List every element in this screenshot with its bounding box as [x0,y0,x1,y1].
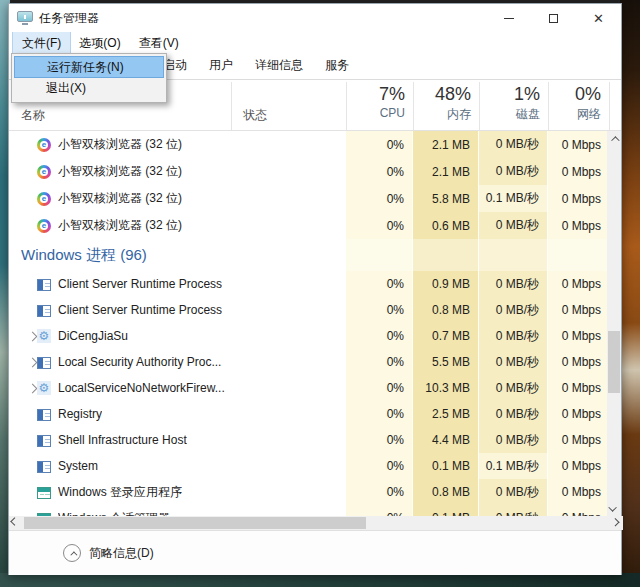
exe-window-icon [37,409,51,421]
process-row[interactable]: 小智双核浏览器 (32 位)0%0.6 MB0 MB/秒0 Mbps [9,212,609,239]
menu-bar: 文件(F) 选项(O) 查看(V) [9,32,621,54]
gear-icon [37,381,51,395]
expander-chevron-icon[interactable] [17,385,37,392]
task-manager-window: 任务管理器 ✕ 文件(F) 选项(O) 查看(V) 进程 性能 应用历史记录 启… [8,3,622,575]
horizontal-scrollbar[interactable] [9,516,623,530]
process-disk-cell: 0.1 MB/秒 [479,453,548,479]
process-status-cell [231,271,346,297]
minimize-button[interactable] [486,4,531,32]
process-name-cell: 小智双核浏览器 (32 位) [9,131,231,158]
process-cpu-cell: 0% [346,427,413,453]
process-name: Windows 登录应用程序 [58,484,182,501]
column-header-network[interactable]: 0% 网络 [548,80,609,131]
process-row[interactable]: System0%0.1 MB0.1 MB/秒0 Mbps [9,453,609,479]
process-memory-cell: 0.7 MB [413,323,479,349]
process-memory-cell: 0.1 MB [413,505,479,516]
process-row[interactable]: Registry0%2.5 MB0 MB/秒0 Mbps [9,401,609,427]
process-memory-cell: 0.1 MB [413,453,479,479]
process-cpu-cell: 0% [346,505,413,516]
process-row[interactable]: 小智双核浏览器 (32 位)0%2.1 MB0 MB/秒0 Mbps [9,158,609,185]
process-network-cell: 0 Mbps [548,349,609,375]
process-memory-cell: 0.9 MB [413,271,479,297]
process-row[interactable]: Windows 会话管理器0%0.1 MB0 MB/秒0 Mbps [9,505,609,516]
column-header-status[interactable]: 状态 [243,107,267,124]
footer-bar: 简略信息(D) [9,530,621,575]
process-name: Registry [58,407,102,421]
process-cpu-cell: 0% [346,479,413,505]
process-disk-cell: 0 MB/秒 [479,505,548,516]
scroll-up-button[interactable] [607,131,621,146]
process-name-cell: Windows 会话管理器 [9,505,231,516]
process-network-cell: 0 Mbps [548,479,609,505]
column-header-memory[interactable]: 48% 内存 [413,80,479,131]
process-cpu-cell: 0% [346,297,413,323]
process-row[interactable]: Client Server Runtime Process0%0.9 MB0 M… [9,271,609,297]
process-disk-cell: 0 MB/秒 [479,427,548,453]
menu-options[interactable]: 选项(O) [70,32,129,55]
disk-label: 磁盘 [479,106,540,123]
tab-users[interactable]: 用户 [201,57,241,79]
process-status-cell [231,185,346,212]
process-memory-cell: 0.8 MB [413,297,479,323]
process-name-cell: Windows 登录应用程序 [9,479,231,505]
process-disk-cell: 0 MB/秒 [479,212,548,239]
process-list: 小智双核浏览器 (32 位)0%2.1 MB0 MB/秒0 Mbps小智双核浏览… [9,131,609,516]
process-cpu-cell: 0% [346,131,413,158]
process-memory-cell: 4.4 MB [413,427,479,453]
expander-chevron-icon[interactable] [17,333,37,340]
process-status-cell [231,323,346,349]
tab-details[interactable]: 详细信息 [247,57,311,79]
process-row[interactable]: 小智双核浏览器 (32 位)0%2.1 MB0 MB/秒0 Mbps [9,131,609,158]
horizontal-scrollbar-thumb[interactable] [24,517,366,529]
process-disk-cell: 0 MB/秒 [479,375,548,401]
process-name-cell: 小智双核浏览器 (32 位) [9,158,231,185]
process-status-cell [231,375,346,401]
process-row[interactable]: Local Security Authority Proc...0%5.5 MB… [9,349,609,375]
tab-services[interactable]: 服务 [317,57,357,79]
column-header-cpu[interactable]: 7% CPU [346,80,413,131]
expander-chevron-icon[interactable] [17,359,37,366]
desktop-wallpaper-bottom [0,573,640,587]
process-name: Shell Infrastructure Host [58,433,187,447]
process-network-cell: 0 Mbps [548,212,609,239]
memory-total-percent: 48% [413,84,471,105]
process-row[interactable]: Shell Infrastructure Host0%4.4 MB0 MB/秒0… [9,427,609,453]
process-network-cell: 0 Mbps [548,185,609,212]
column-header-name[interactable]: 名称 [21,107,45,124]
process-row[interactable]: 小智双核浏览器 (32 位)0%5.8 MB0.1 MB/秒0 Mbps [9,185,609,212]
menu-view[interactable]: 查看(V) [130,32,188,55]
process-status-cell [231,505,346,516]
menu-item-run-new-task[interactable]: 运行新任务(N) [14,56,164,78]
chevron-right-icon [611,518,619,526]
fewer-details-label[interactable]: 简略信息(D) [89,545,154,562]
process-cpu-cell: 0% [346,185,413,212]
process-row[interactable]: Client Server Runtime Process0%0.8 MB0 M… [9,297,609,323]
scroll-down-button[interactable] [607,501,621,516]
process-name-cell: System [9,453,231,479]
process-disk-cell [479,239,548,271]
process-network-cell: 0 Mbps [548,297,609,323]
vertical-scrollbar-thumb[interactable] [608,331,620,393]
process-name: 小智双核浏览器 (32 位) [58,163,182,180]
process-cpu-cell: 0% [346,212,413,239]
column-header-disk[interactable]: 1% 磁盘 [479,80,548,131]
process-network-cell: 0 Mbps [548,131,609,158]
menu-file[interactable]: 文件(F) [13,32,70,55]
close-button[interactable]: ✕ [576,4,621,32]
process-status-cell [231,427,346,453]
scroll-left-button[interactable] [9,516,23,530]
process-name-cell: Local Security Authority Proc... [9,349,231,375]
process-row[interactable]: LocalServiceNoNetworkFirew...0%10.3 MB0 … [9,375,609,401]
process-row[interactable]: DiCengJiaSu0%0.7 MB0 MB/秒0 Mbps [9,323,609,349]
process-network-cell: 0 Mbps [548,401,609,427]
vertical-scrollbar[interactable] [607,131,621,516]
window-title: 任务管理器 [39,10,99,27]
process-group-header[interactable]: Windows 进程 (96) [9,239,609,271]
scroll-right-button[interactable] [609,516,623,530]
process-row[interactable]: Windows 登录应用程序0%0.8 MB0 MB/秒0 Mbps [9,479,609,505]
process-name: Client Server Runtime Process [58,303,222,317]
menu-item-exit[interactable]: 退出(X) [14,78,164,100]
maximize-button[interactable] [531,4,576,32]
process-disk-cell: 0.1 MB/秒 [479,185,548,212]
fewer-details-toggle[interactable] [63,544,81,562]
